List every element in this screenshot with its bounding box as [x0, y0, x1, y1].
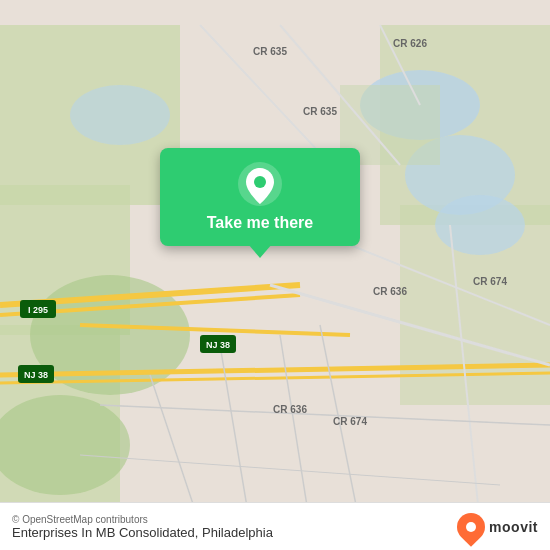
svg-text:NJ 38: NJ 38	[206, 340, 230, 350]
svg-point-11	[70, 85, 170, 145]
svg-text:CR 626: CR 626	[393, 38, 427, 49]
svg-text:CR 635: CR 635	[253, 46, 287, 57]
svg-text:I 295: I 295	[28, 305, 48, 315]
svg-text:CR 674: CR 674	[333, 416, 367, 427]
svg-text:CR 636: CR 636	[273, 404, 307, 415]
take-me-there-label: Take me there	[207, 214, 313, 232]
svg-point-10	[435, 195, 525, 255]
take-me-there-card[interactable]: Take me there	[160, 148, 360, 246]
map-background: I 295 NJ 38 NJ 38 CR 626 CR 635 CR 635 C…	[0, 0, 550, 550]
moovit-text: moovit	[489, 519, 538, 535]
moovit-icon	[451, 507, 491, 547]
svg-text:NJ 38: NJ 38	[24, 370, 48, 380]
svg-point-44	[254, 176, 266, 188]
location-pin-icon	[238, 162, 282, 206]
map-container: I 295 NJ 38 NJ 38 CR 626 CR 635 CR 635 C…	[0, 0, 550, 550]
bottom-bar: © OpenStreetMap contributors Enterprises…	[0, 502, 550, 550]
bottom-info: © OpenStreetMap contributors Enterprises…	[12, 514, 273, 540]
svg-text:CR 636: CR 636	[373, 286, 407, 297]
svg-text:CR 635: CR 635	[303, 106, 337, 117]
moovit-logo: moovit	[457, 513, 538, 541]
map-attribution: © OpenStreetMap contributors	[12, 514, 273, 525]
svg-text:CR 674: CR 674	[473, 276, 507, 287]
location-name: Enterprises In MB Consolidated, Philadel…	[12, 525, 273, 540]
